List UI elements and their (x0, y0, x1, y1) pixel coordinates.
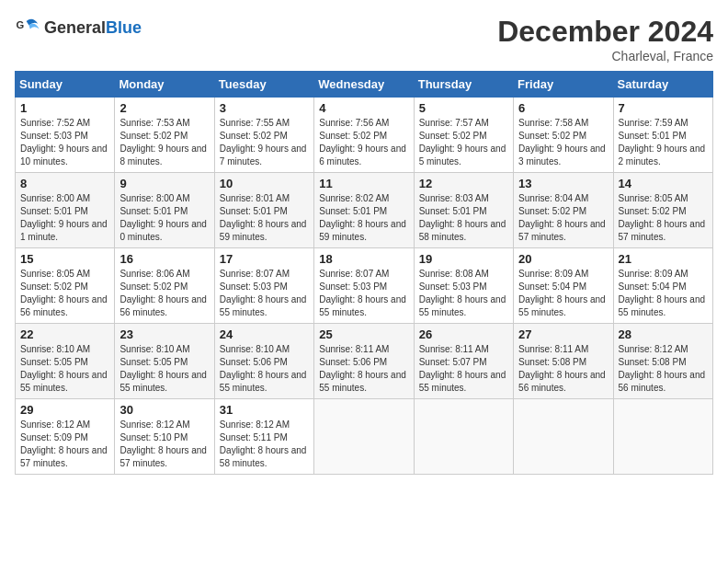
location: Charleval, France (497, 49, 713, 63)
week-row-3: 15Sunrise: 8:05 AM Sunset: 5:02 PM Dayli… (16, 248, 713, 324)
day-number: 27 (518, 327, 608, 341)
day-number: 26 (419, 327, 508, 341)
day-number: 8 (20, 177, 109, 190)
calendar-cell (613, 399, 712, 475)
calendar-cell: 8Sunrise: 8:00 AM Sunset: 5:01 PM Daylig… (16, 173, 115, 248)
week-row-2: 8Sunrise: 8:00 AM Sunset: 5:01 PM Daylig… (16, 173, 713, 248)
day-number: 3 (220, 101, 309, 115)
day-info: Sunrise: 7:55 AM Sunset: 5:02 PM Dayligh… (220, 117, 309, 168)
day-number: 25 (319, 327, 408, 341)
weekday-header-thursday: Thursday (414, 72, 513, 98)
logo-text: GeneralBlue (44, 19, 142, 36)
day-info: Sunrise: 8:05 AM Sunset: 5:02 PM Dayligh… (20, 268, 109, 319)
calendar-cell: 12Sunrise: 8:03 AM Sunset: 5:01 PM Dayli… (414, 173, 513, 248)
calendar-cell: 30Sunrise: 8:12 AM Sunset: 5:10 PM Dayli… (115, 399, 214, 475)
day-info: Sunrise: 8:07 AM Sunset: 5:03 PM Dayligh… (220, 268, 309, 319)
logo: G GeneralBlue (15, 15, 142, 40)
calendar-cell (314, 399, 414, 475)
day-number: 6 (518, 101, 608, 115)
calendar-cell: 25Sunrise: 8:11 AM Sunset: 5:06 PM Dayli… (314, 324, 414, 399)
day-info: Sunrise: 8:11 AM Sunset: 5:06 PM Dayligh… (319, 343, 408, 395)
week-row-1: 1Sunrise: 7:52 AM Sunset: 5:03 PM Daylig… (16, 98, 713, 173)
day-info: Sunrise: 8:00 AM Sunset: 5:01 PM Dayligh… (119, 192, 209, 244)
calendar-cell: 26Sunrise: 8:11 AM Sunset: 5:07 PM Dayli… (414, 324, 513, 399)
day-number: 12 (419, 177, 508, 190)
day-number: 14 (619, 177, 708, 190)
day-number: 30 (119, 403, 209, 417)
week-row-4: 22Sunrise: 8:10 AM Sunset: 5:05 PM Dayli… (16, 324, 713, 399)
calendar-cell: 29Sunrise: 8:12 AM Sunset: 5:09 PM Dayli… (16, 399, 115, 475)
calendar-cell: 18Sunrise: 8:07 AM Sunset: 5:03 PM Dayli… (314, 248, 414, 324)
day-info: Sunrise: 8:07 AM Sunset: 5:03 PM Dayligh… (319, 268, 408, 319)
calendar-cell (514, 399, 613, 475)
calendar-cell: 2Sunrise: 7:53 AM Sunset: 5:02 PM Daylig… (115, 98, 214, 173)
calendar-cell: 19Sunrise: 8:08 AM Sunset: 5:03 PM Dayli… (414, 248, 513, 324)
day-info: Sunrise: 8:12 AM Sunset: 5:10 PM Dayligh… (119, 419, 209, 470)
day-info: Sunrise: 8:11 AM Sunset: 5:07 PM Dayligh… (419, 343, 508, 395)
day-info: Sunrise: 8:05 AM Sunset: 5:02 PM Dayligh… (619, 192, 708, 244)
calendar-cell: 7Sunrise: 7:59 AM Sunset: 5:01 PM Daylig… (613, 98, 712, 173)
day-number: 22 (20, 327, 109, 341)
day-number: 4 (319, 101, 408, 115)
day-number: 10 (220, 177, 309, 190)
day-number: 7 (619, 101, 708, 115)
calendar-cell: 6Sunrise: 7:58 AM Sunset: 5:02 PM Daylig… (514, 98, 613, 173)
day-info: Sunrise: 8:10 AM Sunset: 5:06 PM Dayligh… (220, 343, 309, 395)
day-number: 16 (119, 252, 209, 266)
day-number: 5 (419, 101, 508, 115)
day-number: 11 (319, 177, 408, 190)
day-info: Sunrise: 8:04 AM Sunset: 5:02 PM Dayligh… (518, 192, 608, 244)
day-info: Sunrise: 8:09 AM Sunset: 5:04 PM Dayligh… (518, 268, 608, 319)
day-number: 17 (220, 252, 309, 266)
svg-text:G: G (16, 19, 24, 30)
week-row-5: 29Sunrise: 8:12 AM Sunset: 5:09 PM Dayli… (16, 399, 713, 475)
day-number: 1 (20, 101, 109, 115)
day-info: Sunrise: 7:57 AM Sunset: 5:02 PM Dayligh… (419, 117, 508, 168)
calendar-cell: 27Sunrise: 8:11 AM Sunset: 5:08 PM Dayli… (514, 324, 613, 399)
day-info: Sunrise: 7:56 AM Sunset: 5:02 PM Dayligh… (319, 117, 408, 168)
weekday-header-tuesday: Tuesday (214, 72, 313, 98)
day-info: Sunrise: 8:08 AM Sunset: 5:03 PM Dayligh… (419, 268, 508, 319)
calendar-cell: 14Sunrise: 8:05 AM Sunset: 5:02 PM Dayli… (613, 173, 712, 248)
month-title: December 2024 (497, 15, 713, 49)
day-info: Sunrise: 8:06 AM Sunset: 5:02 PM Dayligh… (119, 268, 209, 319)
day-number: 31 (220, 403, 309, 417)
weekday-header-wednesday: Wednesday (314, 72, 414, 98)
calendar-cell: 16Sunrise: 8:06 AM Sunset: 5:02 PM Dayli… (115, 248, 214, 324)
calendar-cell: 17Sunrise: 8:07 AM Sunset: 5:03 PM Dayli… (214, 248, 313, 324)
day-info: Sunrise: 8:02 AM Sunset: 5:01 PM Dayligh… (319, 192, 408, 244)
day-info: Sunrise: 8:10 AM Sunset: 5:05 PM Dayligh… (20, 343, 109, 395)
calendar-cell: 10Sunrise: 8:01 AM Sunset: 5:01 PM Dayli… (214, 173, 313, 248)
calendar-cell: 1Sunrise: 7:52 AM Sunset: 5:03 PM Daylig… (16, 98, 115, 173)
day-number: 2 (119, 101, 209, 115)
day-number: 23 (119, 327, 209, 341)
calendar-cell: 23Sunrise: 8:10 AM Sunset: 5:05 PM Dayli… (115, 324, 214, 399)
calendar-cell: 31Sunrise: 8:12 AM Sunset: 5:11 PM Dayli… (214, 399, 313, 475)
title-area: December 2024 Charleval, France (497, 15, 713, 63)
day-info: Sunrise: 7:52 AM Sunset: 5:03 PM Dayligh… (20, 117, 109, 168)
day-number: 24 (220, 327, 309, 341)
day-info: Sunrise: 8:10 AM Sunset: 5:05 PM Dayligh… (119, 343, 209, 395)
day-info: Sunrise: 8:11 AM Sunset: 5:08 PM Dayligh… (518, 343, 608, 395)
day-number: 20 (518, 252, 608, 266)
weekday-header-monday: Monday (115, 72, 214, 98)
logo-blue: Blue (106, 18, 142, 37)
calendar-cell: 28Sunrise: 8:12 AM Sunset: 5:08 PM Dayli… (613, 324, 712, 399)
day-info: Sunrise: 8:12 AM Sunset: 5:08 PM Dayligh… (619, 343, 708, 395)
calendar-cell: 22Sunrise: 8:10 AM Sunset: 5:05 PM Dayli… (16, 324, 115, 399)
calendar-cell: 24Sunrise: 8:10 AM Sunset: 5:06 PM Dayli… (214, 324, 313, 399)
logo-icon: G (15, 15, 40, 40)
day-number: 19 (419, 252, 508, 266)
day-info: Sunrise: 8:09 AM Sunset: 5:04 PM Dayligh… (619, 268, 708, 319)
day-info: Sunrise: 8:12 AM Sunset: 5:09 PM Dayligh… (20, 419, 109, 470)
day-info: Sunrise: 8:12 AM Sunset: 5:11 PM Dayligh… (220, 419, 309, 470)
day-info: Sunrise: 7:58 AM Sunset: 5:02 PM Dayligh… (518, 117, 608, 168)
day-info: Sunrise: 8:01 AM Sunset: 5:01 PM Dayligh… (220, 192, 309, 244)
calendar-cell (414, 399, 513, 475)
calendar-cell: 20Sunrise: 8:09 AM Sunset: 5:04 PM Dayli… (514, 248, 613, 324)
calendar-table: SundayMondayTuesdayWednesdayThursdayFrid… (15, 71, 713, 475)
day-info: Sunrise: 8:00 AM Sunset: 5:01 PM Dayligh… (20, 192, 109, 244)
calendar-cell: 3Sunrise: 7:55 AM Sunset: 5:02 PM Daylig… (214, 98, 313, 173)
weekday-header-friday: Friday (514, 72, 613, 98)
calendar-cell: 11Sunrise: 8:02 AM Sunset: 5:01 PM Dayli… (314, 173, 414, 248)
